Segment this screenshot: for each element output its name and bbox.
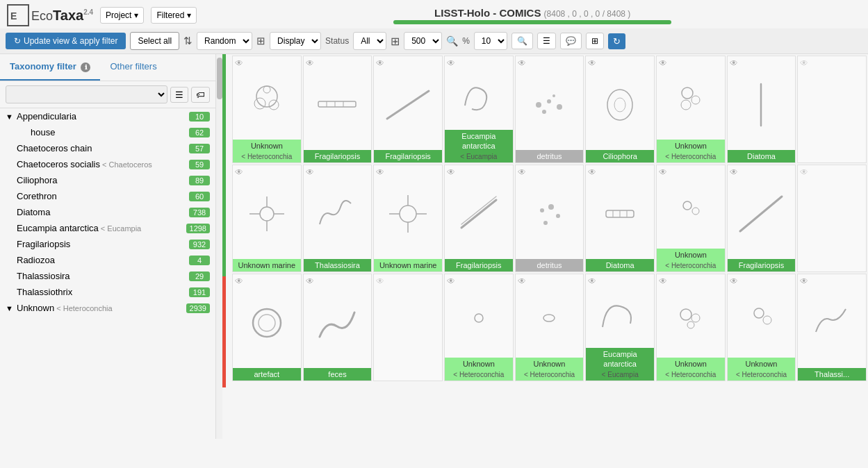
display-dropdown[interactable]: Display [270, 32, 321, 50]
grid-item-row1-col6[interactable]: 👁 Unknown< Heteroconchia [656, 165, 726, 272]
taxonomy-item-chaetoceros_socialis[interactable]: Chaetoceros socialis < Chaetoceros 59 [0, 156, 215, 172]
taxonomy-label: house [31, 127, 189, 137]
comment-button[interactable]: 💬 [560, 33, 582, 49]
taxonomy-item-house[interactable]: house 62 [0, 124, 215, 140]
visibility-icon: 👁 [518, 167, 526, 177]
visibility-icon: 👁 [588, 167, 596, 177]
update-filter-button[interactable]: ↻ Update view & apply filter [6, 33, 126, 49]
taxonomy-item-thalassiothrix[interactable]: Thalassiothrix 191 [0, 284, 215, 300]
taxonomy-item-chaetoceros_chain[interactable]: Chaetoceros chain 57 [0, 140, 215, 156]
list-view-button[interactable]: ☰ [537, 33, 556, 49]
organism-image [516, 56, 584, 150]
zoom-dropdown[interactable]: 10 [474, 32, 507, 50]
status-dropdown[interactable]: All [353, 32, 386, 50]
item-label: Unknown< Heteroconchia [445, 358, 513, 381]
zoom-label: % [462, 36, 470, 46]
organism-image [516, 165, 584, 259]
grid-item-row2-col1[interactable]: 👁 feces [303, 274, 372, 381]
grid-item-row1-col3[interactable]: 👁 Fragilariopsis [444, 165, 514, 272]
grid-item-row0-col4[interactable]: 👁 detritus [515, 56, 584, 163]
visibility-icon: 👁 [659, 58, 667, 68]
grid-item-row1-col5[interactable]: 👁 Diatoma [585, 165, 655, 272]
taxonomy-label: Thalassiothrix [17, 287, 189, 297]
taxonomy-item-appendicularia[interactable]: ▼ Appendicularia 10 [0, 108, 215, 124]
grid-item-row0-col5[interactable]: 👁 Ciliophora [585, 56, 655, 163]
grid-item-row0-col3[interactable]: 👁 Eucampia antarctica< Eucampia [444, 56, 514, 163]
taxonomy-label: Eucampia antarctica < Eucampia [17, 223, 186, 233]
taxonomy-item-diatoma[interactable]: Diatoma 738 [0, 204, 215, 220]
svg-point-53 [763, 316, 771, 324]
grid-item-row2-col6[interactable]: 👁 Unknown< Heteroconchia [656, 274, 726, 381]
sort-dropdown[interactable]: Random [197, 32, 252, 50]
search-button[interactable]: 🔍 [511, 33, 533, 49]
tag-icon-btn[interactable]: 🏷 [191, 87, 210, 103]
item-label: Fragilariopsis [445, 259, 513, 271]
grid-item-row0-col0[interactable]: 👁 Unknown< Heteroconchia [232, 56, 302, 163]
grid-item-row1-col1[interactable]: 👁 Thalassiosira [303, 165, 372, 272]
grid-item-row2-col3[interactable]: 👁 Unknown< Heteroconchia [444, 274, 514, 381]
svg-point-42 [683, 201, 691, 210]
other-filters-tab[interactable]: Other filters [100, 54, 166, 81]
taxonomy-label: Chaetoceros chain [17, 143, 189, 153]
grid-item-row0-col8[interactable]: 👁 [797, 56, 867, 163]
taxonomy-item-fragilariopsis[interactable]: Fragilariopsis 932 [0, 236, 215, 252]
taxonomy-item-corethron[interactable]: Corethron 60 [0, 188, 215, 204]
taxonomy-item-thalassiosira[interactable]: Thalassiosira 29 [0, 268, 215, 284]
svg-point-16 [607, 90, 632, 120]
logo: E EcoTaxa2.4 [7, 4, 93, 26]
grid-item-row2-col2[interactable]: 👁 [373, 274, 443, 381]
visibility-icon: 👁 [730, 276, 738, 286]
sidebar-scrollbar[interactable] [215, 54, 222, 439]
taxonomy-search-select[interactable] [6, 85, 167, 103]
taxonomy-count: 59 [189, 160, 210, 169]
grid-item-row0-col2[interactable]: 👁 Fragilariopsis [373, 56, 443, 163]
svg-point-37 [543, 221, 548, 225]
taxonomy-count: 4 [189, 256, 210, 265]
taxonomy-count: 932 [189, 240, 210, 249]
refresh-button[interactable]: ↻ [608, 33, 625, 49]
item-label: Fragilariopsis [374, 150, 442, 162]
filtered-dropdown[interactable]: Filtered ▾ [151, 7, 197, 24]
select-all-button[interactable]: Select all [130, 32, 179, 50]
svg-point-18 [682, 87, 693, 99]
grid-item-row0-col7[interactable]: 👁 Diatoma [727, 56, 796, 163]
grid-item-row2-col4[interactable]: 👁 Unknown< Heteroconchia [515, 274, 584, 381]
grid-item-row1-col4[interactable]: 👁 detritus [515, 165, 584, 272]
visibility-icon: 👁 [518, 276, 526, 286]
project-dropdown[interactable]: Project ▾ [100, 7, 144, 24]
taxonomy-item-radiozoa[interactable]: Radiozoa 4 [0, 252, 215, 268]
table-button[interactable]: ⊞ [586, 33, 604, 49]
taxonomy-label: Corethron [17, 191, 189, 201]
taxonomy-filter-tab[interactable]: Taxonomy filter ℹ [0, 54, 100, 81]
grid-item-row2-col0[interactable]: 👁 artefact [232, 274, 302, 381]
row-indicators [222, 54, 229, 439]
item-label: detritus [516, 259, 584, 271]
scrollbar-thumb[interactable] [217, 58, 222, 99]
svg-point-34 [540, 208, 544, 212]
list-view-icon-btn[interactable]: ☰ [170, 87, 188, 103]
item-label: Unknown< Heteroconchia [657, 358, 725, 381]
status-label: Status [325, 36, 349, 46]
svg-point-51 [687, 321, 694, 328]
organism-image [233, 274, 301, 368]
svg-point-19 [691, 96, 700, 104]
grid-item-row2-col7[interactable]: 👁 Unknown< Heteroconchia [727, 274, 796, 381]
grid-item-row2-col8[interactable]: 👁 Thalassi... [797, 274, 867, 381]
count-dropdown[interactable]: 500 [404, 32, 442, 50]
grid-scroll[interactable]: 👁 Unknown< Heteroconchia 👁 Fragilariopsi… [231, 54, 868, 439]
taxonomy-item-eucampia_antarctica[interactable]: Eucampia antarctica < Eucampia 1298 [0, 220, 215, 236]
taxonomy-item-unknown[interactable]: ▼ Unknown < Heteroconchia 2939 [0, 300, 215, 316]
item-label: Unknown< Heteroconchia [657, 249, 725, 271]
organism-image [374, 274, 442, 381]
taxonomy-label: Radiozoa [17, 255, 189, 265]
grid-item-row0-col6[interactable]: 👁 Unknown< Heteroconchia [656, 56, 726, 163]
taxonomy-item-ciliophora[interactable]: Ciliophora 89 [0, 172, 215, 188]
grid-item-row1-col7[interactable]: 👁 Fragilariopsis [727, 165, 796, 272]
grid-item-row1-col0[interactable]: 👁 Unknown marine [232, 165, 302, 272]
grid-item-row1-col2[interactable]: 👁 Unknown marine [373, 165, 443, 272]
grid-item-row2-col5[interactable]: 👁 Eucampia antarctica< Eucampia [585, 274, 655, 381]
grid-item-row0-col1[interactable]: 👁 Fragilariopsis [303, 56, 372, 163]
organism-image [586, 165, 654, 259]
grid-item-row1-col8[interactable]: 👁 [797, 165, 867, 272]
sort-arrows-icon: ⇅ [183, 35, 193, 47]
